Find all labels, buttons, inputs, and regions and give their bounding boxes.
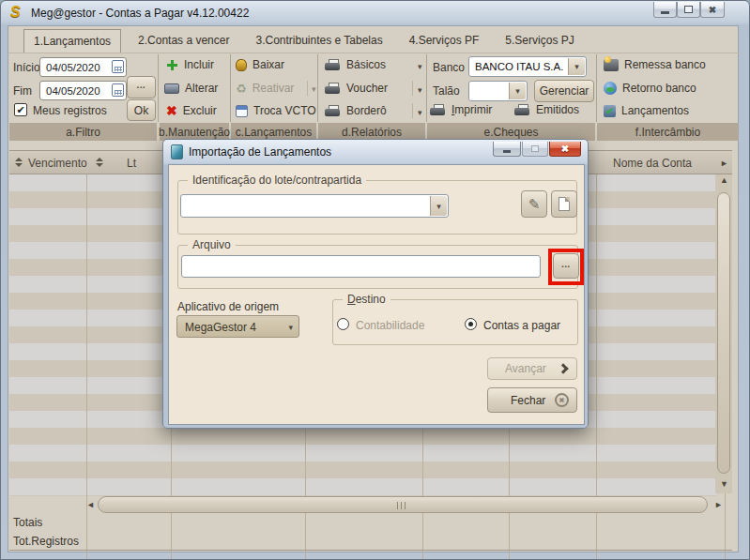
imprimir-label: Imprimir <box>452 103 492 116</box>
radio-contas-a-pagar-label: Contas a pagar <box>483 319 560 332</box>
sort-icon[interactable] <box>96 158 103 167</box>
filter-more-button[interactable]: ▪▪▪ <box>127 76 156 98</box>
emitidos-button[interactable]: Emitidos <box>514 103 579 116</box>
tab-servicos-pf[interactable]: 4.Serviços PF <box>400 29 489 53</box>
split-divider <box>307 81 308 96</box>
imprimir-button[interactable]: Imprimir <box>430 103 492 116</box>
reativar-dropdown-icon[interactable]: ▾ <box>312 84 316 94</box>
avancar-button: Avançar <box>487 357 577 380</box>
radio-contas-a-pagar[interactable] <box>465 318 477 330</box>
incluir-button[interactable]: Incluir <box>166 58 214 71</box>
close-icon: ✖ <box>709 5 716 15</box>
column-scroll-right-icon[interactable]: ► <box>720 159 728 168</box>
alterar-label: Alterar <box>185 82 218 95</box>
chevron-down-icon[interactable]: ▾ <box>568 58 585 75</box>
aplicativo-combobox[interactable]: MegaGestor 4 ▾ <box>176 315 299 338</box>
vertical-scrollbar[interactable]: ▲ ▼ <box>715 174 732 493</box>
close-button[interactable]: ✖ <box>700 2 725 18</box>
lancamentos-button[interactable]: ✔ Lançamentos <box>604 104 689 117</box>
app-logo-icon: S <box>10 4 21 21</box>
column-header-nome-da-conta[interactable]: Nome da Conta <box>593 157 712 170</box>
chevron-down-icon[interactable]: ▾ <box>430 196 447 216</box>
new-lote-button[interactable] <box>551 190 577 218</box>
basicos-dropdown-icon[interactable]: ▾ <box>418 62 422 71</box>
scroll-up-icon[interactable]: ▲ <box>720 176 728 185</box>
excluir-button[interactable]: ✖ Excluir <box>166 104 217 117</box>
voucher-button[interactable]: Voucher <box>325 82 388 95</box>
dialog-close-button[interactable]: ✖ <box>549 142 581 157</box>
money-icon <box>236 59 247 71</box>
minimize-icon <box>661 11 669 14</box>
tot-registros-label: Tot.Registros <box>13 535 79 548</box>
aplicativo-value: MegaGestor 4 <box>185 321 256 334</box>
tab-contribuintes-e-tabelas[interactable]: 3.Contribuintes e Tabelas <box>246 29 391 53</box>
baixar-button[interactable]: Baixar <box>236 58 284 71</box>
horizontal-scrollbar[interactable]: ◄ ► <box>84 496 733 515</box>
radio-contabilidade-label: Contabilidade <box>356 319 424 332</box>
chevron-down-icon[interactable]: ▾ <box>288 323 293 332</box>
minimize-button[interactable] <box>653 2 677 18</box>
minimize-icon <box>503 150 511 153</box>
restore-button[interactable] <box>677 2 700 18</box>
printer-icon <box>514 104 530 116</box>
reativar-button: ♻ Reativar <box>236 82 294 95</box>
aplicativo-label: Aplicativo de origem <box>177 300 279 313</box>
pencil-icon: ✎ <box>528 197 541 211</box>
banco-combobox[interactable]: BANCO ITAU S.A. ▾ <box>468 56 587 77</box>
lancamentos-label: Lançamentos <box>621 104 689 117</box>
reativar-label: Reativar <box>253 82 295 95</box>
tabbar-divider <box>8 53 740 53</box>
grid-bottom-line <box>9 550 732 551</box>
troca-vcto-button[interactable]: Troca VCTO <box>236 104 316 117</box>
chevron-down-icon[interactable]: ▾ <box>509 83 526 99</box>
tab-contas-a-vencer[interactable]: 2.Contas a vencer <box>129 29 238 53</box>
column-header-lt[interactable]: Lt <box>103 157 160 170</box>
column-header-vencimento[interactable]: Vencimento <box>28 157 86 170</box>
bordero-label: Borderô <box>346 104 387 117</box>
remessa-icon <box>604 59 619 71</box>
lote-combobox[interactable]: ▾ <box>180 194 449 218</box>
alterar-button[interactable]: Alterar <box>164 82 218 95</box>
radio-selected-dot <box>468 322 473 326</box>
basicos-label: Básicos <box>346 58 386 71</box>
printer-icon <box>325 83 341 95</box>
dialog-minimize-button[interactable] <box>493 142 521 157</box>
browse-file-button[interactable]: ▪▪▪ <box>553 253 579 279</box>
dialog-body: Identificação do lote/contrapartida ▾ ✎ … <box>168 164 585 425</box>
new-document-icon <box>559 197 570 211</box>
calendar-icon[interactable] <box>112 60 124 73</box>
toolbar-divider <box>426 54 427 122</box>
vertical-scroll-thumb[interactable] <box>717 192 730 474</box>
gerenciar-button[interactable]: Gerenciar <box>534 80 594 102</box>
toolbar-divider <box>596 54 597 122</box>
section-intercambio: f.Intercâmbio <box>597 123 739 141</box>
check-import-icon: ✔ <box>604 105 616 117</box>
edit-lote-button[interactable]: ✎ <box>521 190 547 218</box>
fechar-button[interactable]: Fechar ✖ <box>487 387 577 413</box>
excluir-label: Excluir <box>183 104 217 117</box>
talao-label: Talão <box>433 84 460 98</box>
meus-registros-checkbox[interactable]: ✔ <box>14 103 27 116</box>
bordero-dropdown-icon[interactable]: ▾ <box>418 108 422 117</box>
fechar-label: Fechar <box>511 394 545 407</box>
tab-lancamentos[interactable]: 1.Lançamentos <box>23 29 121 53</box>
scroll-down-icon[interactable]: ▼ <box>720 480 728 489</box>
voucher-dropdown-icon[interactable]: ▾ <box>418 85 422 95</box>
talao-combobox[interactable]: ▾ <box>468 81 528 101</box>
retorno-banco-button[interactable]: Retorno banco <box>604 82 696 95</box>
horizontal-scroll-thumb[interactable] <box>98 496 708 513</box>
arquivo-group-label: Arquivo <box>188 238 236 251</box>
scroll-right-icon[interactable]: ► <box>714 501 723 509</box>
calendar-icon[interactable] <box>112 83 124 97</box>
radio-contabilidade <box>337 318 349 330</box>
sort-icon[interactable] <box>15 158 23 167</box>
bordero-button[interactable]: Borderô <box>325 104 387 117</box>
dialog-maximize-button[interactable] <box>522 142 548 157</box>
tab-servicos-pj[interactable]: 5.Serviços PJ <box>496 29 583 53</box>
basicos-button[interactable]: Básicos <box>325 58 386 71</box>
toolbar-divider <box>317 54 318 122</box>
scroll-left-icon[interactable]: ◄ <box>86 501 95 509</box>
ok-button[interactable]: Ok <box>127 99 156 121</box>
remessa-banco-button[interactable]: Remessa banco <box>604 58 706 71</box>
arquivo-input[interactable] <box>181 255 541 278</box>
